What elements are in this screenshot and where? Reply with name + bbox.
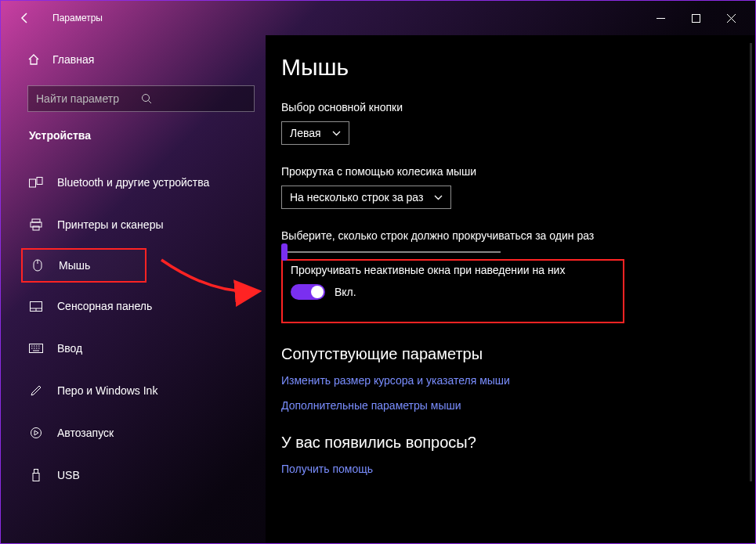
scrollbar[interactable] <box>750 43 752 481</box>
window-controls <box>643 6 749 30</box>
back-button[interactable] <box>13 12 37 24</box>
sidebar-item-label: Сенсорная панель <box>57 300 152 312</box>
inactive-scroll-toggle[interactable] <box>291 284 325 300</box>
home-button[interactable]: Главная <box>27 43 266 76</box>
sidebar-item-usb[interactable]: USB <box>27 456 255 494</box>
sidebar-item-label: Автозапуск <box>57 427 114 439</box>
sidebar: Главная Найти параметр Устройства Blueto… <box>1 35 266 543</box>
titlebar: Параметры <box>1 1 755 35</box>
lines-label: Выберите, сколько строк должно прокручив… <box>281 229 740 242</box>
svg-rect-4 <box>30 179 36 187</box>
sidebar-item-pen[interactable]: Перо и Windows Ink <box>27 372 255 409</box>
chevron-down-icon <box>332 131 341 136</box>
highlight-annotation: Прокручивать неактивные окна при наведен… <box>281 259 624 323</box>
toggle-knob <box>311 286 324 298</box>
pen-icon <box>29 384 43 397</box>
sidebar-item-bluetooth[interactable]: Bluetooth и другие устройства <box>27 164 255 201</box>
close-button[interactable] <box>714 6 749 30</box>
svg-line-3 <box>149 100 152 103</box>
lines-slider[interactable] <box>281 251 501 253</box>
svg-point-18 <box>31 428 42 438</box>
settings-window: Параметры Главная Найти параметр <box>0 0 756 544</box>
link-additional-mouse[interactable]: Дополнительные параметры мыши <box>281 399 740 412</box>
scroll-mode-dropdown[interactable]: На несколько строк за раз <box>281 186 451 209</box>
link-cursor-size[interactable]: Изменить размер курсора и указателя мыши <box>281 374 740 387</box>
scroll-mode-label: Прокрутка с помощью колесика мыши <box>281 165 740 178</box>
inactive-scroll-label: Прокручивать неактивные окна при наведен… <box>291 264 615 276</box>
svg-rect-1 <box>693 14 700 22</box>
touchpad-icon <box>29 301 43 312</box>
dropdown-value: На несколько строк за раз <box>290 191 423 204</box>
search-icon <box>141 93 246 105</box>
devices-icon <box>29 177 43 188</box>
sidebar-item-printers[interactable]: Принтеры и сканеры <box>27 206 255 243</box>
window-title: Параметры <box>52 13 103 23</box>
minimize-button[interactable] <box>643 6 678 30</box>
svg-rect-20 <box>33 474 39 481</box>
search-placeholder: Найти параметр <box>36 92 141 105</box>
sidebar-item-label: Перо и Windows Ink <box>57 384 157 397</box>
toggle-state: Вкл. <box>335 286 356 298</box>
printer-icon <box>29 218 43 231</box>
sidebar-item-label: Ввод <box>57 342 82 355</box>
sidebar-item-label: Мышь <box>59 259 90 272</box>
sidebar-item-label: Принтеры и сканеры <box>57 218 163 231</box>
search-input[interactable]: Найти параметр <box>27 85 255 112</box>
svg-point-2 <box>143 94 150 101</box>
sidebar-item-typing[interactable]: Ввод <box>27 330 255 367</box>
dropdown-value: Левая <box>290 127 321 139</box>
slider-thumb[interactable] <box>281 243 288 261</box>
section-title: Устройства <box>29 129 266 142</box>
sidebar-item-touchpad[interactable]: Сенсорная панель <box>27 287 255 325</box>
page-heading: Мышь <box>281 54 740 81</box>
home-label: Главная <box>52 53 94 66</box>
sidebar-item-label: Bluetooth и другие устройства <box>57 176 209 189</box>
mouse-icon <box>31 259 45 272</box>
sidebar-item-mouse[interactable]: Мышь <box>21 248 146 283</box>
sidebar-item-autoplay[interactable]: Автозапуск <box>27 414 255 452</box>
sidebar-item-label: USB <box>57 469 80 481</box>
help-heading: У вас появились вопросы? <box>281 434 740 452</box>
chevron-down-icon <box>434 195 443 200</box>
main-panel: Мышь Выбор основной кнопки Левая Прокрут… <box>266 35 755 543</box>
primary-button-dropdown[interactable]: Левая <box>281 121 349 145</box>
svg-rect-6 <box>32 219 40 222</box>
autoplay-icon <box>29 427 43 439</box>
link-get-help[interactable]: Получить помощь <box>281 463 740 475</box>
primary-button-label: Выбор основной кнопки <box>281 101 740 113</box>
home-icon <box>27 53 40 66</box>
keyboard-icon <box>29 344 43 353</box>
svg-rect-19 <box>34 470 38 474</box>
svg-rect-5 <box>37 178 42 185</box>
usb-icon <box>29 469 43 481</box>
maximize-button[interactable] <box>678 6 714 30</box>
related-heading: Сопутствующие параметры <box>281 345 740 363</box>
